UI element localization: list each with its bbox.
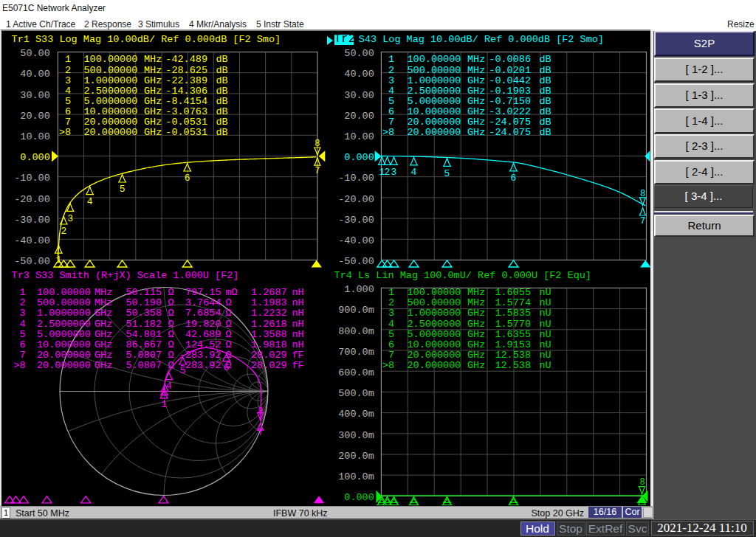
- svg-text:2: 2: [61, 226, 66, 237]
- svg-text:2: 2: [385, 167, 391, 178]
- svg-text:8: 8: [639, 477, 645, 488]
- svg-text:6: 6: [511, 173, 517, 184]
- svg-text:1: 1: [161, 399, 167, 410]
- svg-text:7: 7: [258, 428, 263, 438]
- svg-text:3: 3: [67, 213, 73, 224]
- svg-text:6: 6: [185, 173, 190, 184]
- svg-text:5: 5: [444, 168, 450, 179]
- svg-text:5: 5: [120, 184, 126, 195]
- svg-text:3: 3: [391, 167, 397, 178]
- svg-text:4: 4: [87, 196, 93, 207]
- svg-text:4: 4: [411, 167, 417, 178]
- svg-text:4: 4: [166, 381, 172, 392]
- svg-text:7: 7: [640, 216, 645, 226]
